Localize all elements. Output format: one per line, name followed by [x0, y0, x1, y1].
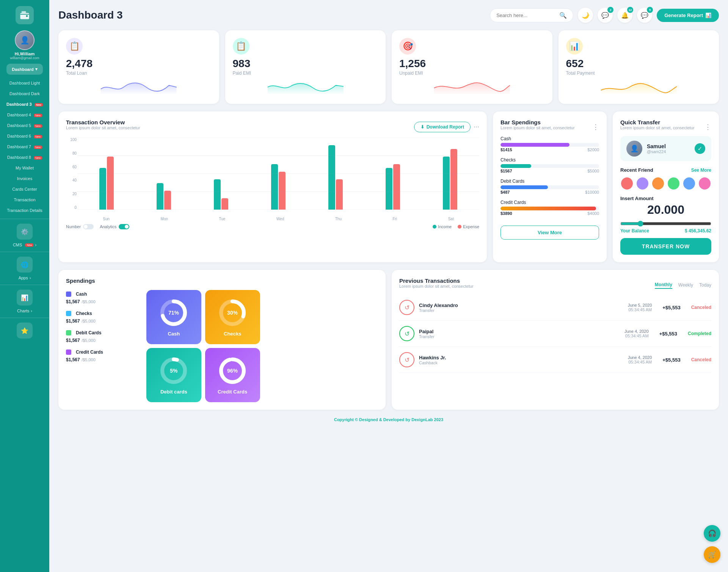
sidebar-item-transaction[interactable]: Transaction [0, 194, 49, 205]
sidebar: 👤 Hi,William william@gmail.com Dashboard… [0, 0, 49, 572]
quick-transfer-card: Quick Transfer Lorem ipsum dolor sit ame… [613, 111, 719, 262]
search-box[interactable]: 🔍 [490, 8, 573, 22]
spendings-checks-val: $1,567 [66, 318, 80, 324]
transaction-overview-subtitle: Lorem ipsum dolor sit amet, consectetur [66, 125, 140, 130]
spending-bar-credit-track [500, 207, 599, 210]
sidebar-item-dashboard6[interactable]: Dashboard 6 New [0, 131, 49, 141]
see-more-link[interactable]: See More [691, 168, 711, 173]
quick-transfer-header-left: Quick Transfer Lorem ipsum dolor sit ame… [620, 119, 695, 135]
sidebar-apps-row[interactable]: Apps › [19, 274, 31, 282]
sidebar-item-my-wallet[interactable]: My Wallet [0, 163, 49, 173]
message-icon-btn[interactable]: 💬 5 [637, 8, 652, 23]
sidebar-item-transaction-details[interactable]: Transaction Details [0, 205, 49, 216]
spendings-checks-name: Checks [76, 311, 92, 316]
income-label: Income [438, 224, 452, 229]
theme-toggle-btn[interactable]: 🌙 [578, 8, 593, 23]
donut-checks-chart: 30% [217, 298, 248, 328]
sidebar-item-dashboard7[interactable]: Dashboard 7 New [0, 141, 49, 152]
balance-value: $ 456,345.62 [685, 228, 711, 234]
chevron-right-icon-charts: › [31, 309, 32, 313]
previous-transactions-header-left: Previous Transactions Lorem ipsum dolor … [399, 277, 474, 293]
spending-bar-cash-amount: $1415 $2000 [500, 147, 599, 152]
number-toggle[interactable] [83, 224, 94, 229]
cash-value: $1415 [500, 147, 512, 152]
spending-bar-checks-amount: $1567 $5000 [500, 169, 599, 173]
donut-checks-label: Checks [224, 331, 241, 337]
footer-text: Copyright © Designed & Developed by [334, 417, 410, 422]
download-icon: ⬇ [420, 124, 424, 130]
sidebar-logo[interactable] [16, 6, 34, 24]
friend-avatar-6[interactable] [698, 177, 711, 190]
spendings-debit-value: $1,567 /$5,000 [66, 337, 142, 343]
cms-settings-icon-btn[interactable]: ⚙️ [17, 224, 33, 240]
fab-support-btn[interactable]: 🎧 [704, 525, 720, 542]
friend-avatar-1[interactable] [620, 177, 634, 190]
spendings-grid: Cash $1,567 /$5,000 Checks $1 [66, 290, 378, 402]
credit-value: $3890 [500, 211, 512, 216]
sidebar-item-dashboard-light[interactable]: Dashboard Light [0, 78, 49, 88]
sidebar-item-invoices[interactable]: Invoices [0, 173, 49, 184]
cart-icon: 🛒 [708, 550, 716, 559]
transaction-overview-header-left: Transaction Overview Lorem ipsum dolor s… [66, 119, 140, 135]
view-more-btn[interactable]: View More [500, 226, 599, 240]
tab-monthly[interactable]: Monthly [655, 282, 672, 289]
search-input[interactable] [496, 13, 556, 18]
stat-value-unpaid: 1,256 [399, 58, 545, 70]
sidebar-cms-row[interactable]: CMS New › [13, 241, 36, 249]
transaction-overview-menu-btn[interactable]: ··· [474, 123, 479, 131]
spendings-item-debit: Debit Cards $1,567 /$5,000 [66, 330, 142, 343]
quick-transfer-menu-btn[interactable]: ⋮ [704, 123, 711, 131]
chat-icon-btn[interactable]: 💬 2 [598, 8, 613, 23]
generate-report-btn[interactable]: Generate Report 📊 [657, 9, 719, 22]
checks-max: $5000 [587, 169, 599, 173]
trans-date-line-paipal: June 4, 2020 [624, 329, 649, 334]
sidebar-charts-row[interactable]: Charts › [17, 307, 32, 315]
trans-name-hawkins: Hawkins Jr. [419, 355, 446, 360]
sidebar-item-cards-center[interactable]: Cards Center [0, 184, 49, 194]
chevron-right-icon-apps: › [30, 276, 31, 280]
stat-value-loan: 2,478 [66, 58, 212, 70]
friend-avatar-2[interactable] [636, 177, 649, 190]
search-icon[interactable]: 🔍 [559, 12, 567, 19]
sidebar-item-dashboard4[interactable]: Dashboard 4 New [0, 110, 49, 120]
tab-weekly[interactable]: Weekly [678, 282, 693, 288]
transfer-now-btn[interactable]: TRANSFER NOW [620, 238, 711, 255]
download-report-btn[interactable]: ⬇ Download Report [414, 122, 471, 132]
sidebar-item-dashboard-dark[interactable]: Dashboard Dark [0, 88, 49, 99]
spending-bar-checks-label: Checks [500, 157, 599, 163]
svg-rect-2 [22, 11, 26, 13]
spending-bar-debit-fill [500, 185, 548, 189]
sidebar-item-dashboard8[interactable]: Dashboard 8 New [0, 152, 49, 163]
charts-icon-btn[interactable]: 📊 [17, 290, 33, 306]
trans-name-cindy: Cindy Alexandro [419, 302, 458, 308]
bottom-row: Spendings Cash $1,567 /$5,000 [58, 270, 719, 410]
tab-today[interactable]: Today [699, 282, 711, 288]
spendings-credit-value: $1,567 /$5,000 [66, 356, 142, 363]
friend-avatar-5[interactable] [682, 177, 696, 190]
sidebar-item-dashboard5[interactable]: Dashboard 5 New [0, 120, 49, 131]
debit-max: $10000 [585, 190, 599, 194]
friend-avatar-3[interactable] [651, 177, 665, 190]
expense-dot [458, 225, 461, 229]
sidebar-item-dashboard3[interactable]: Dashboard 3 New [0, 99, 49, 110]
apps-icon-btn[interactable]: 🌐 [17, 257, 33, 273]
table-row: ↺ Hawkins Jr. Cashback June 4, 2020 05:3… [399, 347, 711, 373]
star-icon-btn[interactable]: ⭐ [17, 323, 33, 338]
stat-icon-loan: 📋 [66, 38, 83, 55]
spendings-debit-color [66, 330, 71, 335]
fab-cart-btn[interactable]: 🛒 [704, 546, 720, 563]
amount-slider[interactable] [620, 221, 711, 227]
dashboard-dropdown-btn[interactable]: Dashboard ▾ [6, 64, 42, 75]
notification-badge: 12 [627, 7, 633, 13]
spendings-checks-color [66, 311, 71, 316]
transaction-overview-title: Transaction Overview [66, 119, 140, 125]
transfer-btn-label: TRANSFER NOW [642, 243, 690, 249]
friend-avatar-4[interactable] [667, 177, 680, 190]
spendings-cash-row: Cash [66, 291, 142, 297]
notification-icon-btn[interactable]: 🔔 12 [617, 8, 632, 23]
bar-spendings-menu-btn[interactable]: ⋮ [592, 123, 599, 131]
samuel-check-icon[interactable]: ✓ [695, 143, 705, 154]
trans-status-paipal: Completed [688, 331, 711, 336]
analytics-toggle[interactable] [119, 224, 129, 229]
quick-transfer-header: Quick Transfer Lorem ipsum dolor sit ame… [620, 119, 711, 135]
